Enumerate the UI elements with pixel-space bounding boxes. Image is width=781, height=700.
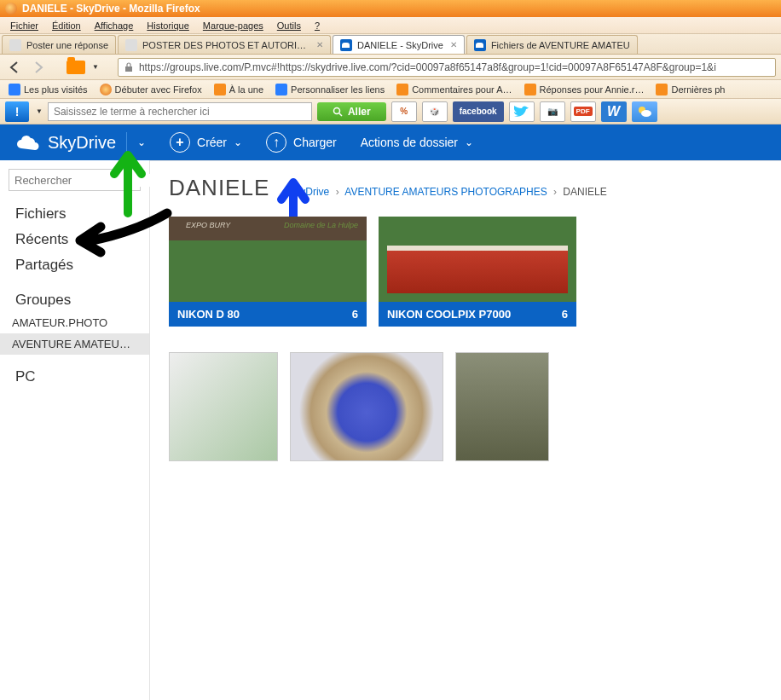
tab-1[interactable]: POSTER DES PHOTOS ET AUTORISER DE… ✕ xyxy=(118,35,331,54)
bookmark-icon xyxy=(100,84,112,95)
chevron-down-icon: ⌄ xyxy=(465,136,473,148)
bookmark-label: Réponses pour Annie.r… xyxy=(540,84,645,95)
go-label: Aller xyxy=(348,106,371,118)
menu-outils[interactable]: Outils xyxy=(270,19,308,32)
menu-fichier[interactable]: Fichier xyxy=(3,19,45,32)
photos-grid xyxy=(169,352,762,461)
cloud-icon xyxy=(15,135,41,150)
folder-icon[interactable] xyxy=(67,61,85,74)
upload-button[interactable]: ↑ Charger xyxy=(266,132,337,153)
thumb-text: EXPO BURY xyxy=(186,221,230,229)
folder-thumbnail: EXPO BURY Domaine de La Hulpe xyxy=(169,217,367,302)
chevron-down-icon[interactable]: ⌄ xyxy=(137,136,146,148)
folder-actions-label: Actions de dossier xyxy=(361,136,458,149)
bookmark-icon xyxy=(275,84,287,95)
bookmark-item[interactable]: Les plus visités xyxy=(5,82,91,97)
skydrive-favicon xyxy=(474,39,486,51)
toolbar-row: ! ▼ Aller % 🎲 facebook 📷 PDF W xyxy=(0,99,781,124)
tab-2[interactable]: DANIELE - SkyDrive ✕ xyxy=(333,35,465,54)
toolbar-button[interactable]: 📷 xyxy=(540,101,565,122)
sidebar-item-recents[interactable]: Récents xyxy=(0,227,149,252)
folder-actions-button[interactable]: Actions de dossier ⌄ xyxy=(361,136,473,149)
sidebar-item-group-1[interactable]: AVENTURE AMATEUR… xyxy=(0,333,149,355)
menu-affichage[interactable]: Affichage xyxy=(88,19,141,32)
sidebar-search[interactable] xyxy=(9,169,141,191)
bookmark-label: Personnaliser les liens xyxy=(291,84,385,95)
url-bar[interactable] xyxy=(118,58,776,77)
bookmark-item[interactable]: Personnaliser les liens xyxy=(272,82,388,97)
url-input[interactable] xyxy=(139,61,770,73)
menu-help[interactable]: ? xyxy=(308,19,327,32)
lock-icon xyxy=(124,62,134,72)
breadcrumb-link[interactable]: SkyDrive xyxy=(288,186,329,198)
menu-historique[interactable]: Historique xyxy=(140,19,196,32)
pdf-button[interactable]: PDF xyxy=(570,101,596,122)
folder-count: 6 xyxy=(562,308,568,321)
search-input[interactable] xyxy=(48,102,312,121)
sidebar-item-group-0[interactable]: AMATEUR.PHOTO xyxy=(0,312,149,333)
skydrive-brand[interactable]: SkyDrive ⌄ xyxy=(15,132,146,153)
svg-point-4 xyxy=(641,110,651,117)
toolbar-button[interactable]: ! xyxy=(5,101,29,122)
bookmark-icon xyxy=(9,84,20,95)
search-icon xyxy=(333,107,343,117)
folder-caption: NIKON D 80 6 xyxy=(169,302,367,327)
facebook-button[interactable]: facebook xyxy=(453,101,504,122)
close-icon[interactable]: ✕ xyxy=(450,40,457,49)
close-icon[interactable]: ✕ xyxy=(316,40,323,49)
photo-tile[interactable] xyxy=(169,352,278,461)
folder-tile[interactable]: NIKON COOLPIX P7000 6 xyxy=(379,217,576,327)
breadcrumb-current: DANIELE xyxy=(563,186,606,198)
toolbar-button[interactable]: % xyxy=(391,101,417,122)
create-button[interactable]: + Créer ⌄ xyxy=(170,132,242,153)
weather-button[interactable] xyxy=(632,101,657,122)
chevron-down-icon[interactable]: ▼ xyxy=(36,107,43,115)
bookmark-label: Débuter avec Firefox xyxy=(115,84,202,95)
bookmark-label: Les plus visités xyxy=(24,84,88,95)
bookmark-icon xyxy=(214,84,226,95)
tab-label: POSTER DES PHOTOS ET AUTORISER DE… xyxy=(142,40,310,50)
bookmark-icon xyxy=(396,84,408,95)
bookmark-item[interactable]: Dernières ph xyxy=(652,82,728,97)
tab-label: Fichiers de AVENTURE AMATEU xyxy=(491,40,630,50)
go-button[interactable]: Aller xyxy=(317,102,386,121)
sidebar-group-groupes: Groupes xyxy=(0,278,149,312)
menu-marquepages[interactable]: Marque-pages xyxy=(196,19,270,32)
bookmark-label: À la une xyxy=(229,84,263,95)
window-titlebar: DANIELE - SkyDrive - Mozilla Firefox xyxy=(0,0,781,17)
brand-label: SkyDrive xyxy=(48,133,116,153)
tab-3[interactable]: Fichiers de AVENTURE AMATEU xyxy=(466,35,638,54)
toolbar-button[interactable]: 🎲 xyxy=(422,101,448,122)
folder-tile[interactable]: EXPO BURY Domaine de La Hulpe NIKON D 80… xyxy=(169,217,367,327)
window-title: DANIELE - SkyDrive - Mozilla Firefox xyxy=(22,3,200,14)
folder-caption: NIKON COOLPIX P7000 6 xyxy=(379,302,576,327)
bookmark-icon xyxy=(524,84,536,95)
sidebar-group-pc[interactable]: PC xyxy=(0,355,149,389)
back-button[interactable] xyxy=(5,58,24,77)
photo-tile[interactable] xyxy=(455,352,549,461)
sidebar-item-fichiers[interactable]: Fichiers xyxy=(0,201,149,227)
sidebar-search-input[interactable] xyxy=(14,174,158,187)
svg-point-1 xyxy=(333,107,339,113)
tab-0[interactable]: Poster une réponse xyxy=(2,35,116,54)
bookmark-item[interactable]: Débuter avec Firefox xyxy=(96,82,205,97)
bookmark-item[interactable]: Réponses pour Annie.r… xyxy=(521,82,648,97)
photo-tile[interactable] xyxy=(290,352,443,461)
menu-edition[interactable]: Édition xyxy=(45,19,88,32)
bookmark-item[interactable]: À la une xyxy=(211,82,267,97)
twitter-button[interactable] xyxy=(509,101,535,122)
navbar: ▼ xyxy=(0,55,781,80)
chevron-down-icon[interactable]: ▼ xyxy=(92,63,99,71)
word-button[interactable]: W xyxy=(601,101,627,122)
bookmark-label: Commentaires pour A… xyxy=(412,84,512,95)
forward-button[interactable] xyxy=(29,58,48,77)
tab-label: DANIELE - SkyDrive xyxy=(357,40,443,50)
svg-line-2 xyxy=(339,113,342,116)
main-layout: Fichiers Récents Partagés Groupes AMATEU… xyxy=(0,160,781,700)
breadcrumb-link[interactable]: AVENTURE AMATEURS PHOTOGRAPHES xyxy=(344,186,547,198)
sidebar-item-partages[interactable]: Partagés xyxy=(0,252,149,278)
firefox-icon xyxy=(5,3,17,14)
bookmark-item[interactable]: Commentaires pour A… xyxy=(393,82,515,97)
chevron-right-icon: › xyxy=(336,186,339,198)
create-label: Créer xyxy=(197,136,227,149)
